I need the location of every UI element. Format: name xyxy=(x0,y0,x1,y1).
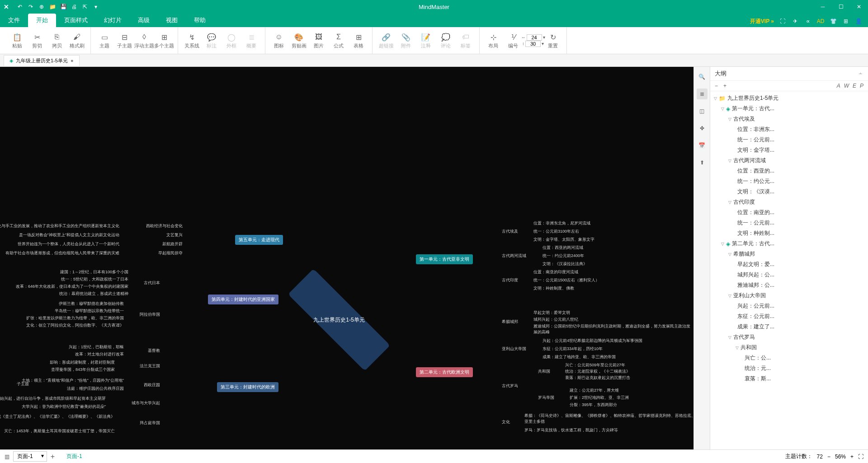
comment-button[interactable]: 💭评论 xyxy=(436,28,456,53)
u1-meso-3[interactable]: 文明：《汉谟拉比法典》 xyxy=(542,261,587,267)
zoom-in-icon[interactable]: + xyxy=(850,454,854,460)
u3-city-1[interactable]: 城市兴起：10世纪起开始兴起，进行自治斗争，形成市民阶级和早起资本主义萌芽 xyxy=(0,396,106,402)
outline-item[interactable]: 东征：公元前... xyxy=(710,311,868,322)
save-icon[interactable]: 💾 xyxy=(59,2,68,11)
outline-tree[interactable]: ▽📁九上世界历史1-5单元 ▽◈第一单元：古代... ▽古代埃及 位置：非洲东.… xyxy=(710,91,868,449)
u2-rome[interactable]: 古代罗马 xyxy=(502,383,518,389)
u3-manor-1[interactable]: 土地：领主："直领地"和佃户："份地"，庄园外为"公用地" xyxy=(22,378,124,383)
u1-meso-2[interactable]: 统一：约公元前2400年 xyxy=(542,253,584,259)
u3-manor[interactable]: 西欧庄园 xyxy=(144,382,160,388)
u1-egypt-3[interactable]: 文明：金字塔、太阳历、象形文字 xyxy=(533,237,594,243)
u4-arab[interactable]: 阿拉伯帝国 xyxy=(140,312,160,318)
outline-item[interactable]: 雅迪城邦：公... xyxy=(710,280,868,290)
unit4-node[interactable]: 第四单元：封建时代的亚洲国家 xyxy=(208,295,278,304)
apps-icon[interactable]: ⊞ xyxy=(842,17,850,25)
u2-rome-rep-3[interactable]: 衰落：斯巴达克奴隶起义的沉重打击 xyxy=(565,375,630,381)
page-tab[interactable]: 页面-1 xyxy=(62,452,87,461)
outline-e-icon[interactable]: E xyxy=(853,83,856,89)
u3-chris[interactable]: 基督教 xyxy=(148,348,160,354)
u2-culture-1[interactable]: 希腊：《荷马史诗》、宙斯雕像、《掷铁饼者》、帕特农神庙、哲学家德谟克利特、苏格拉… xyxy=(524,413,693,425)
icon-button[interactable]: ☺图标 xyxy=(269,28,289,53)
page-selector[interactable]: 页面-1▾ xyxy=(13,451,47,462)
outline-item[interactable]: 统治：元... xyxy=(710,363,868,374)
u2-greek[interactable]: 希腊城邦 xyxy=(502,319,518,325)
ad-badge[interactable]: AD xyxy=(816,17,825,25)
open-icon[interactable]: 📁 xyxy=(48,2,57,11)
u2-greek-3[interactable]: 雅迪城邦：公国前5世纪中后期伯利克利主政时期，雅迪达到全盛，努力发展民主政治发展… xyxy=(533,323,692,335)
menu-help[interactable]: 帮助 xyxy=(186,14,214,27)
menu-home[interactable]: 开始 xyxy=(28,14,56,27)
outline-item[interactable]: 文明：种姓制... xyxy=(710,228,868,239)
outline-root[interactable]: ▽📁九上世界历史1-5单元 xyxy=(710,93,868,103)
outline-u2-3[interactable]: ▽古代罗马 xyxy=(710,332,868,342)
u3-city[interactable]: 城市与大学兴起 xyxy=(132,400,160,406)
picture-button[interactable]: 🖼图片 xyxy=(309,28,329,53)
outline-item[interactable]: 成果：建立了... xyxy=(710,322,868,332)
u4-japan-2[interactable]: 统一：5世纪初，大和政权统一了日本 xyxy=(61,276,128,282)
redo-icon[interactable]: ↷ xyxy=(26,2,35,11)
qat-more-icon[interactable]: ▾ xyxy=(91,2,100,11)
outline-u2-2[interactable]: ▽亚利山大帝国 xyxy=(710,290,868,301)
u4-japan[interactable]: 古代日本 xyxy=(144,280,160,286)
u1-egypt-2[interactable]: 统一：公元前3100年左右 xyxy=(533,229,579,234)
outline-item[interactable]: 城邦兴起：公... xyxy=(710,270,868,280)
vip-link[interactable]: 开通VIP » xyxy=(750,18,774,25)
unit1-node[interactable]: 第一单元：古代亚非文明 xyxy=(416,254,473,264)
outline-pin-icon[interactable]: ⫠ xyxy=(858,70,863,78)
menu-view[interactable]: 视图 xyxy=(158,14,186,27)
u4-japan-3[interactable]: 改革：646年大化改新，使日本成为了一个中央集权的封建国家 xyxy=(16,284,128,290)
outline-item[interactable]: 文明：《汉谟... xyxy=(710,187,868,197)
screenshot-icon[interactable]: ⛶ xyxy=(778,17,787,25)
outline-item[interactable]: 衰落：斯... xyxy=(710,374,868,384)
u2-rome-emp-1[interactable]: 建立：公元前27年，屋大维 xyxy=(570,388,619,393)
unit3-node[interactable]: 第三单元：封建时代的欧洲 xyxy=(217,382,278,392)
note-button[interactable]: 📝注释 xyxy=(416,28,436,53)
u1-egypt-1[interactable]: 位置：非洲东北角，尼罗河流域 xyxy=(533,220,590,226)
center-node[interactable]: 九上世界历史1-5单元 xyxy=(303,302,375,338)
u3-frank[interactable]: 法兰克王国 xyxy=(140,363,160,369)
u1-india-2[interactable]: 统一：公元前1500左右（雅利安人） xyxy=(533,277,599,283)
outline-collapse-icon[interactable]: − xyxy=(715,83,718,89)
file-tab[interactable]: ◈ 九年级上册历史1-5单元 ● xyxy=(4,55,80,66)
summary-button[interactable]: ≣概要 xyxy=(241,28,261,53)
multi-topic-button[interactable]: ⊞多个主题 xyxy=(154,28,174,53)
u3-sub[interactable]: 子主题 xyxy=(17,381,29,387)
box-tool-icon[interactable]: ◫ xyxy=(697,106,708,117)
u4-arab-3[interactable]: 扩张：哈里发以伊斯兰教力为纽带，欧、非三洲的帝国 xyxy=(26,315,124,321)
u5-4d[interactable]: 有助于社会市场逐渐形成，但也给殖民地人民带来了深重的灾难 xyxy=(5,250,119,256)
width-input[interactable] xyxy=(527,34,542,41)
u2-rome-emp-3[interactable]: 分裂：395年，东西两部分 xyxy=(570,402,617,408)
u2-culture-2[interactable]: 罗马：罗马竞技场，饮水道工程，凯旋门，方尖碑等 xyxy=(524,427,618,433)
upload-tool-icon[interactable]: ⬆ xyxy=(697,157,708,168)
send-icon[interactable]: ✈ xyxy=(791,17,799,25)
u4-arab-2[interactable]: 半岛统一：穆罕默德以宗教为纽带统一 xyxy=(55,308,124,314)
callout-button[interactable]: 💬标注 xyxy=(202,28,222,53)
relation-button[interactable]: ↯关系线 xyxy=(182,28,202,53)
menu-advanced[interactable]: 高级 xyxy=(130,14,158,27)
presentation-icon[interactable]: ▥ xyxy=(5,454,9,460)
outline-item[interactable]: 位置：西亚的... xyxy=(710,166,868,176)
clipart-button[interactable]: 🎨剪贴画 xyxy=(289,28,309,53)
menu-slide[interactable]: 幻灯片 xyxy=(96,14,130,27)
floating-topic-button[interactable]: ◊浮动主题 xyxy=(134,28,154,53)
table-button[interactable]: ⊞表格 xyxy=(349,28,368,53)
u1-india-1[interactable]: 位置：南亚的印度河流域 xyxy=(533,269,578,275)
u2-alex-1[interactable]: 兴起：公元前4世纪希腊北部边陲的马其顿成为军事强国 xyxy=(542,338,642,344)
u3-manor-2[interactable]: 法庭：维护庄园的公共秩序庄园 xyxy=(67,386,124,392)
u4-japan-1[interactable]: 建国：1～2世纪，日本有100多个小国 xyxy=(60,269,128,275)
u2-alex[interactable]: 亚利山大帝国 xyxy=(502,346,526,352)
format-painter-button[interactable]: 🖌格式刷 xyxy=(67,28,87,53)
outline-item[interactable]: 早起文明：爱... xyxy=(710,259,868,270)
u3-city-2[interactable]: 大学兴起：誉为欧洲中世纪教育"最美好的花朵" xyxy=(22,404,106,410)
close-icon[interactable]: ✕ xyxy=(850,0,868,14)
u2-rome-emp-2[interactable]: 扩展：2世纪地跨欧、亚、非三洲 xyxy=(570,395,629,401)
outline-font-icon[interactable]: A xyxy=(837,83,840,89)
outline-u2-1[interactable]: ▽希腊城邦 xyxy=(710,249,868,259)
tag-button[interactable]: 🏷标签 xyxy=(456,28,476,53)
search-tool-icon[interactable]: 🔍 xyxy=(697,71,708,82)
u3-byz-1[interactable]: 法典：查士丁尼颁成《查士丁尼法典》、《法学汇纂》、《法理概要》、《新法典》 xyxy=(0,414,115,420)
attachment-button[interactable]: 📎附件 xyxy=(396,28,416,53)
calendar-tool-icon[interactable]: 📅 xyxy=(697,140,708,151)
u2-rome-rep[interactable]: 共和国 xyxy=(538,369,550,374)
theme-icon[interactable]: 👕 xyxy=(829,17,837,25)
